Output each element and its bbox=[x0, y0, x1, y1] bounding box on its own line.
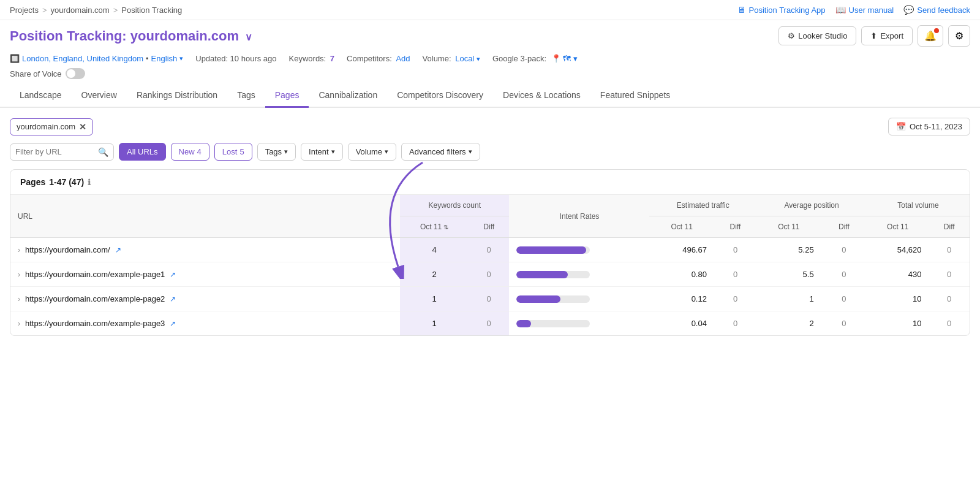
kw-count-2: 1 bbox=[400, 287, 469, 311]
competitors-add-link[interactable]: Add bbox=[396, 54, 410, 63]
notifications-button[interactable]: 🔔 bbox=[918, 25, 943, 47]
row-expand-3[interactable]: › bbox=[18, 319, 20, 328]
content-area: yourdomain.com ✕ 📅 Oct 5-11, 2023 🔍 All … bbox=[0, 108, 980, 346]
url-filter-input[interactable] bbox=[15, 147, 95, 156]
google3pack-meta: Google 3-pack: 📍 🗺 ▾ bbox=[492, 54, 578, 63]
col-sub-diff-volume: Diff bbox=[929, 216, 970, 238]
table-row: › https://yourdomain.com/ ↗ 4 0 496.67 0… bbox=[10, 238, 970, 262]
share-of-voice-toggle[interactable] bbox=[66, 68, 85, 79]
ext-link-icon-0[interactable]: ↗ bbox=[115, 246, 121, 254]
header-buttons: ⚙ Looker Studio ⬆ Export 🔔 ⚙ bbox=[778, 25, 970, 47]
breadcrumb-sep2: > bbox=[113, 6, 118, 15]
breadcrumb: Projects > yourdomain.com > Position Tra… bbox=[10, 6, 182, 15]
table-range: 1-47 (47) bbox=[49, 177, 84, 187]
filter-left: yourdomain.com ✕ bbox=[10, 118, 93, 135]
avgpos-3: 2 bbox=[756, 311, 821, 336]
ext-link-icon-3[interactable]: ↗ bbox=[170, 319, 176, 328]
tab-landscape[interactable]: Landscape bbox=[10, 84, 72, 108]
advanced-filters-button[interactable]: Advanced filters ▾ bbox=[401, 143, 480, 161]
lost-filter-button[interactable]: Lost 5 bbox=[214, 143, 252, 161]
avgpos-diff-1: 0 bbox=[821, 262, 867, 287]
ext-link-icon-1[interactable]: ↗ bbox=[170, 270, 176, 279]
keywords-count: 7 bbox=[330, 54, 334, 63]
location-selector[interactable]: 🔲 London, England, United Kingdom • Engl… bbox=[10, 54, 183, 63]
language-label: English bbox=[151, 54, 178, 63]
volume-selector[interactable]: Local ▾ bbox=[455, 54, 480, 63]
tags-filter-button[interactable]: Tags ▾ bbox=[257, 143, 296, 161]
notification-dot bbox=[934, 28, 939, 33]
breadcrumb-domain[interactable]: yourdomain.com bbox=[51, 6, 110, 15]
tab-cannibalization[interactable]: Cannibalization bbox=[309, 84, 387, 108]
settings-button[interactable]: ⚙ bbox=[948, 25, 970, 47]
all-urls-button[interactable]: All URLs bbox=[119, 143, 166, 161]
col-sub-diff-kw: Diff bbox=[469, 216, 509, 238]
traffic-1: 0.80 bbox=[649, 262, 714, 287]
url-text-3: https://yourdomain.com/example-page3 bbox=[25, 319, 165, 328]
traffic-diff-2: 0 bbox=[714, 287, 756, 311]
domain-filter-chip[interactable]: yourdomain.com ✕ bbox=[10, 118, 93, 135]
kw-diff-3: 0 bbox=[469, 311, 509, 336]
intent-filter-button[interactable]: Intent ▾ bbox=[301, 143, 343, 161]
tab-competitors-discovery[interactable]: Competitors Discovery bbox=[387, 84, 493, 108]
export-icon: ⬆ bbox=[870, 31, 877, 40]
table-info-icon[interactable]: ℹ bbox=[88, 178, 91, 187]
tags-chevron: ▾ bbox=[284, 148, 288, 156]
location-chevron[interactable]: ▾ bbox=[179, 55, 183, 63]
table-row: › https://yourdomain.com/example-page3 ↗… bbox=[10, 311, 970, 336]
looker-studio-button[interactable]: ⚙ Looker Studio bbox=[778, 26, 856, 45]
page-title: Position Tracking: yourdomain.com ∨ bbox=[10, 28, 252, 44]
row-expand-2[interactable]: › bbox=[18, 295, 20, 303]
ext-link-icon-2[interactable]: ↗ bbox=[170, 295, 176, 303]
col-sub-diff-traffic: Diff bbox=[714, 216, 756, 238]
traffic-2: 0.12 bbox=[649, 287, 714, 311]
avgpos-2: 1 bbox=[756, 287, 821, 311]
share-of-voice-label: Share of Voice bbox=[10, 69, 62, 78]
pages-table: URL Keywords count Intent Rates Estimate… bbox=[10, 195, 970, 335]
col-sub-oct11-kw[interactable]: Oct 11 ⇅ bbox=[400, 216, 469, 238]
export-button[interactable]: ⬆ Export bbox=[861, 26, 913, 45]
intent-bar-2 bbox=[516, 295, 560, 303]
send-feedback-link[interactable]: 💬 Send feedback bbox=[903, 5, 970, 15]
traffic-3: 0.04 bbox=[649, 311, 714, 336]
header: Position Tracking: yourdomain.com ∨ ⚙ Lo… bbox=[0, 20, 980, 50]
row-expand-1[interactable]: › bbox=[18, 270, 20, 279]
table-row: › https://yourdomain.com/example-page2 ↗… bbox=[10, 287, 970, 311]
domain-title[interactable]: yourdomain.com bbox=[130, 28, 239, 44]
new-filter-button[interactable]: New 4 bbox=[171, 143, 209, 161]
top-bar: Projects > yourdomain.com > Position Tra… bbox=[0, 0, 980, 20]
traffic-0: 496.67 bbox=[649, 238, 714, 262]
url-filter-row: 🔍 All URLs New 4 Lost 5 Tags ▾ Intent ▾ bbox=[10, 143, 970, 161]
volume-diff-3: 0 bbox=[929, 311, 970, 336]
col-header-avgpos: Average position bbox=[756, 195, 867, 216]
tab-tags[interactable]: Tags bbox=[227, 84, 265, 108]
domain-chip-close[interactable]: ✕ bbox=[79, 122, 86, 132]
volume-0: 54,620 bbox=[867, 238, 929, 262]
table-title: Pages bbox=[20, 177, 45, 187]
google3pack-icons[interactable]: 📍 🗺 ▾ bbox=[551, 54, 578, 63]
intent-bar-wrap-1 bbox=[516, 271, 590, 278]
top-actions: 🖥 Position Tracking App 📖 User manual 💬 … bbox=[737, 5, 970, 15]
volume-chevron: ▾ bbox=[385, 148, 388, 156]
traffic-diff-0: 0 bbox=[714, 238, 756, 262]
avgpos-diff-2: 0 bbox=[821, 287, 867, 311]
volume-filter-button[interactable]: Volume ▾ bbox=[348, 143, 396, 161]
tab-pages[interactable]: Pages bbox=[265, 84, 309, 108]
tab-rankings-distribution[interactable]: Rankings Distribution bbox=[127, 84, 227, 108]
tab-devices-locations[interactable]: Devices & Locations bbox=[493, 84, 590, 108]
nav-tabs: Landscape Overview Rankings Distribution… bbox=[0, 84, 980, 108]
toggle-knob bbox=[67, 69, 75, 78]
calendar-icon: 📅 bbox=[896, 122, 906, 131]
row-expand-0[interactable]: › bbox=[18, 246, 20, 254]
position-tracking-app-link[interactable]: 🖥 Position Tracking App bbox=[737, 5, 826, 15]
competitors-meta: Competitors: Add bbox=[347, 54, 410, 63]
tab-overview[interactable]: Overview bbox=[72, 84, 127, 108]
url-text-2: https://yourdomain.com/example-page2 bbox=[25, 294, 165, 303]
breadcrumb-projects[interactable]: Projects bbox=[10, 6, 39, 15]
url-cell-3: › https://yourdomain.com/example-page3 ↗ bbox=[10, 311, 400, 336]
intent-bar-wrap-0 bbox=[516, 246, 590, 254]
url-search-icon[interactable]: 🔍 bbox=[98, 147, 108, 157]
user-manual-link[interactable]: 📖 User manual bbox=[835, 5, 894, 15]
title-dropdown-arrow[interactable]: ∨ bbox=[245, 32, 252, 42]
tab-featured-snippets[interactable]: Featured Snippets bbox=[590, 84, 680, 108]
date-range-picker[interactable]: 📅 Oct 5-11, 2023 bbox=[888, 118, 970, 135]
